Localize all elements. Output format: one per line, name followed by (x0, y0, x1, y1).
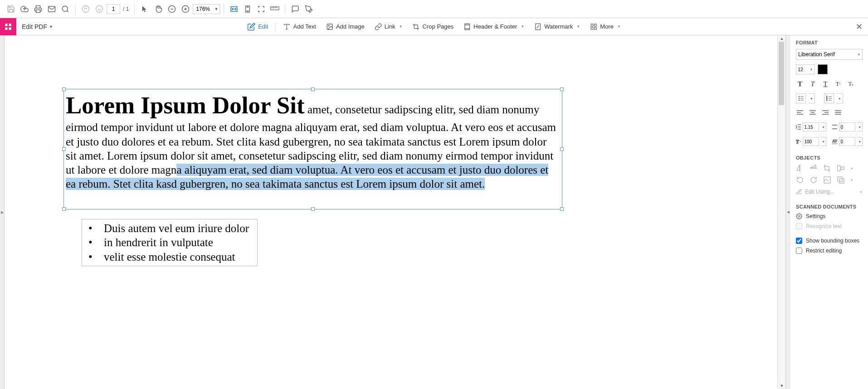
main-area: ▶ Lorem Ipsum Dolor Sit amet, consetetur… (0, 35, 868, 389)
zoom-out-icon[interactable] (166, 3, 178, 15)
zoom-in-icon[interactable] (179, 3, 192, 15)
text-frame-list[interactable]: Duis autem vel eum iriure dolor in hendr… (82, 219, 258, 266)
superscript-icon[interactable]: T¹ (834, 80, 842, 88)
resize-handle[interactable] (311, 207, 315, 211)
restrict-editing-checkbox[interactable]: Restrict editing (796, 248, 863, 254)
svg-point-5 (96, 5, 103, 12)
vertical-scrollbar[interactable]: ▲ ▼ (777, 35, 785, 389)
search-icon[interactable] (59, 3, 72, 15)
subscript-icon[interactable]: T₁ (847, 80, 855, 88)
resize-handle[interactable] (62, 207, 66, 211)
page-total-label: / 1 (123, 6, 129, 12)
left-panel-toggle[interactable]: ▶ (0, 35, 5, 389)
resize-handle[interactable] (311, 88, 315, 91)
scroll-down-icon[interactable]: ▼ (778, 383, 786, 389)
paragraph-content[interactable]: Lorem Ipsum Dolor Sit amet, consetetur s… (64, 89, 562, 192)
rotate-ccw-icon[interactable] (796, 176, 804, 184)
mode-dropdown[interactable]: Edit PDF ▼ (16, 23, 59, 30)
bullet-list-icon[interactable] (796, 93, 806, 103)
align-left-icon[interactable] (796, 109, 804, 117)
show-boxes-checkbox[interactable]: Show bounding boxes (796, 238, 863, 244)
svg-point-2 (62, 6, 68, 11)
arrange-icon[interactable] (837, 176, 845, 184)
h-scale-input[interactable] (803, 137, 819, 146)
crop-pages-button[interactable]: Crop Pages (408, 21, 458, 32)
right-panel-toggle[interactable]: ▶ (785, 35, 790, 389)
edit-using-dropdown[interactable]: Edit Using... ▼ (796, 189, 863, 195)
zoom-select[interactable]: ▼ (193, 4, 220, 14)
resize-handle[interactable] (62, 88, 66, 91)
svg-marker-70 (810, 165, 816, 168)
separator (75, 4, 76, 15)
para-spacing-dropdown[interactable]: ▼ (857, 122, 863, 131)
fit-width-icon[interactable] (228, 3, 240, 15)
link-button[interactable]: Link ▼ (370, 21, 407, 32)
hand-icon[interactable] (152, 3, 165, 15)
font-family-select[interactable] (796, 49, 863, 60)
settings-button[interactable]: Settings (796, 213, 863, 219)
align-right-icon[interactable] (821, 109, 829, 117)
flip-h-icon[interactable] (796, 164, 804, 172)
numbered-list-icon[interactable]: 123 (824, 93, 834, 103)
resize-handle[interactable] (560, 147, 564, 151)
page-down-icon[interactable] (93, 3, 106, 15)
underline-icon[interactable]: T (821, 80, 829, 88)
svg-text:3: 3 (826, 99, 828, 101)
print-icon[interactable] (32, 3, 44, 15)
save-icon[interactable] (5, 3, 17, 15)
align-center-icon[interactable] (809, 109, 817, 117)
font-size-select[interactable] (796, 64, 815, 74)
font-color-picker[interactable] (818, 64, 828, 74)
page-up-icon[interactable] (79, 3, 92, 15)
text-frame-selected[interactable]: Lorem Ipsum Dolor Sit amet, consetetur s… (63, 89, 562, 209)
rotate-cw-icon[interactable] (809, 176, 818, 184)
fullscreen-icon[interactable] (255, 3, 268, 15)
svg-point-40 (799, 100, 800, 101)
svg-point-4 (83, 5, 89, 12)
h-scale-dropdown[interactable]: ▼ (821, 137, 826, 146)
header-footer-button[interactable]: Header & Footer ▼ (459, 21, 529, 32)
line-spacing-dropdown[interactable]: ▼ (821, 122, 826, 131)
align-justify-icon[interactable] (834, 109, 842, 117)
close-icon[interactable]: ✕ (856, 22, 863, 32)
page-number-input[interactable] (107, 4, 120, 14)
edit-button[interactable]: Edit (243, 21, 273, 33)
tools-tab-icon[interactable] (0, 18, 16, 35)
scroll-thumb[interactable] (779, 42, 784, 105)
ruler-icon[interactable] (268, 3, 281, 15)
cloud-icon[interactable] (18, 3, 31, 15)
chevron-down-icon: ▼ (399, 24, 403, 29)
mail-icon[interactable] (45, 3, 58, 15)
resize-handle[interactable] (560, 207, 564, 211)
fit-page-icon[interactable] (241, 3, 254, 15)
comment-icon[interactable] (289, 3, 302, 15)
add-text-button[interactable]: Add Text (279, 21, 321, 32)
flip-v-icon[interactable] (809, 164, 818, 172)
crop-object-icon[interactable] (823, 164, 831, 172)
bold-icon[interactable]: T (796, 80, 804, 88)
highlight-icon[interactable] (302, 3, 315, 15)
pointer-icon[interactable] (138, 3, 151, 15)
italic-icon[interactable]: T (809, 80, 817, 88)
svg-point-26 (328, 25, 329, 26)
scroll-up-icon[interactable]: ▲ (778, 35, 786, 42)
list-item[interactable]: Duis autem vel eum iriure dolor (84, 221, 254, 235)
svg-rect-73 (841, 167, 844, 170)
char-spacing-input[interactable] (839, 137, 855, 146)
document-area[interactable]: Lorem Ipsum Dolor Sit amet, consetetur s… (5, 35, 777, 389)
numbered-list-dropdown[interactable]: ▼ (837, 93, 843, 103)
line-spacing-input[interactable] (803, 122, 819, 131)
para-spacing-input[interactable] (839, 122, 855, 131)
add-image-button[interactable]: Add Image (322, 21, 369, 32)
list-item[interactable]: velit esse molestie consequat (84, 250, 254, 264)
align-objects-icon[interactable] (837, 164, 845, 172)
more-button[interactable]: More ▼ (585, 21, 625, 32)
resize-handle[interactable] (62, 147, 66, 151)
bullet-list-dropdown[interactable]: ▼ (809, 93, 815, 103)
recognize-text-checkbox[interactable]: Recognize text (796, 223, 863, 229)
resize-handle[interactable] (560, 88, 564, 91)
list-item[interactable]: in hendrerit in vulputate (84, 235, 254, 249)
char-spacing-dropdown[interactable]: ▼ (857, 137, 863, 146)
replace-image-icon[interactable] (823, 176, 831, 184)
watermark-button[interactable]: Watermark ▼ (530, 21, 585, 32)
